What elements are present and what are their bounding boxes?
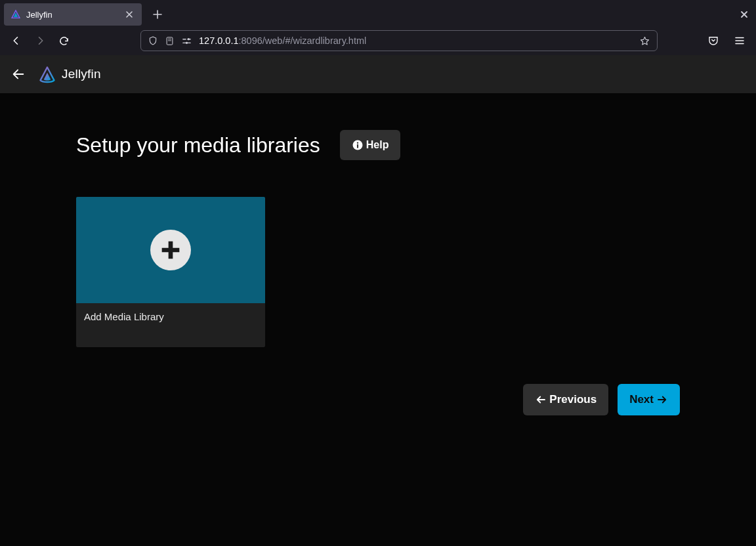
wizard-nav: Previous Next [76,384,680,415]
permissions-icon[interactable] [181,36,192,46]
browser-toolbar: 127.0.0.1:8096/web/#/wizardlibrary.html [0,29,756,55]
browser-forward-button[interactable] [30,31,50,51]
card-label: Add Media Library [76,303,265,347]
address-bar-url: 127.0.0.1:8096/web/#/wizardlibrary.html [199,35,633,46]
svg-rect-0 [167,37,173,44]
add-media-library-card[interactable]: Add Media Library [76,197,265,347]
page-title: Setup your media libraries [76,133,320,158]
app-back-button[interactable] [9,65,28,83]
page-info-icon[interactable] [165,36,175,46]
add-icon [150,230,191,270]
browser-menu-button[interactable] [730,31,749,51]
browser-back-button[interactable] [7,31,26,51]
info-icon [352,139,364,151]
previous-button[interactable]: Previous [523,384,608,415]
browser-tab-title: Jellyfin [26,10,118,20]
bookmark-star-button[interactable] [639,35,650,47]
app-header: Jellyfin [0,55,756,93]
help-button-label: Help [366,139,389,151]
next-button[interactable]: Next [618,384,680,415]
app-brand-name: Jellyfin [62,67,101,81]
shield-icon[interactable] [148,35,158,46]
browser-tab[interactable]: Jellyfin [4,3,142,26]
help-button[interactable]: Help [340,130,401,160]
browser-reload-button[interactable] [54,31,74,51]
tab-strip: Jellyfin [0,0,756,29]
new-tab-button[interactable] [148,5,167,24]
window-close-button[interactable] [736,7,752,22]
close-tab-button[interactable] [123,9,135,20]
address-bar[interactable]: 127.0.0.1:8096/web/#/wizardlibrary.html [140,30,658,51]
browser-chrome: Jellyfin 127.0.0.1:8096/ [0,0,756,55]
pocket-save-button[interactable] [704,31,723,51]
next-button-label: Next [629,393,654,406]
card-media [76,197,265,303]
jellyfin-favicon-icon [10,9,21,20]
arrow-right-icon [656,394,668,406]
svg-rect-5 [357,144,358,148]
arrow-left-icon [535,394,547,406]
jellyfin-logo-icon [38,65,56,83]
previous-button-label: Previous [549,393,597,406]
app-viewport: Jellyfin Setup your media libraries Help [0,55,756,546]
address-bar-icons [148,35,192,46]
svg-point-4 [357,142,358,143]
wizard-content: Setup your media libraries Help Add Medi [0,93,756,546]
app-brand[interactable]: Jellyfin [38,65,101,83]
